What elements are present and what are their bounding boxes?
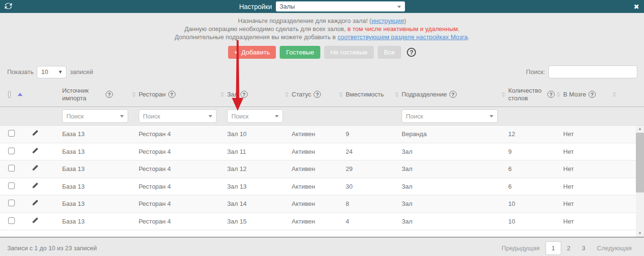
row-checkbox[interactable] xyxy=(8,130,15,137)
help-icon[interactable]: ? xyxy=(407,48,416,57)
titlebar: Настройки Залы ✖ xyxy=(0,0,644,13)
table-row[interactable]: База 13 Ресторан 4 Зал 12 Активен 29 Зал… xyxy=(0,160,644,178)
scroll-up-icon[interactable]: ▲ xyxy=(636,126,644,132)
add-button[interactable]: +Добавить xyxy=(228,46,276,59)
brain-settings-link[interactable]: соответствующем разделе настройках Мозга xyxy=(338,33,468,41)
cell-restaurant: Ресторан 4 xyxy=(139,183,227,190)
header-capacity[interactable]: Вместимость xyxy=(346,91,402,98)
search-input[interactable] xyxy=(548,65,637,78)
cell-status: Активен xyxy=(292,183,346,190)
row-checkbox[interactable] xyxy=(8,165,15,171)
help-icon[interactable]: ? xyxy=(547,91,555,98)
cell-hall: Зал 15 xyxy=(227,218,292,225)
filter-hall[interactable]: Поиск xyxy=(227,109,283,123)
header-label: Зал xyxy=(227,91,238,98)
cell-division: Веранда xyxy=(402,130,508,138)
notice-line1-text: Назначьте подразделение для каждого зала… xyxy=(238,17,371,24)
scroll-down-icon[interactable]: ▼ xyxy=(636,230,644,237)
non-guest-filter-button[interactable]: Не гостевые xyxy=(324,46,374,59)
search-control: Поиск: xyxy=(526,65,637,78)
sort-icon xyxy=(612,92,616,97)
all-filter-button[interactable]: Все xyxy=(378,46,401,59)
sort-icon xyxy=(557,92,560,97)
sort-asc-icon[interactable] xyxy=(18,93,22,96)
chevron-down-icon xyxy=(275,115,279,117)
chevron-down-icon: ▼ xyxy=(58,69,63,75)
edit-icon[interactable] xyxy=(31,147,39,155)
header-label: Источник импорта xyxy=(62,87,103,102)
header-hall[interactable]: Зал ? xyxy=(227,91,292,98)
prev-page-button[interactable]: Предыдущая xyxy=(496,242,546,255)
help-icon[interactable]: ? xyxy=(240,91,248,98)
vertical-scrollbar[interactable]: ▲ ▼ xyxy=(636,126,644,237)
header-label: Статус xyxy=(292,91,311,98)
edit-icon[interactable] xyxy=(31,217,39,224)
close-icon[interactable]: ✖ xyxy=(633,3,639,10)
guest-filter-button[interactable]: Гостевые xyxy=(280,46,320,59)
header-status[interactable]: Статус ? xyxy=(292,91,346,98)
header-import-source[interactable]: Источник импорта ? xyxy=(62,87,139,102)
header-label: В Мозге xyxy=(563,91,586,98)
cell-capacity: 4 xyxy=(346,218,402,225)
settings-section-select[interactable]: Залы xyxy=(276,1,405,11)
select-all-header xyxy=(0,91,31,98)
cell-hall: Зал 11 xyxy=(227,148,292,155)
cell-restaurant: Ресторан 4 xyxy=(139,148,227,155)
cell-status: Активен xyxy=(292,148,346,155)
cell-status: Активен xyxy=(292,200,346,207)
help-icon[interactable]: ? xyxy=(449,91,457,98)
cell-in-brain: Нет xyxy=(563,165,619,172)
page-button-2[interactable]: 2 xyxy=(561,242,576,255)
table-filter-row: Поиск Поиск Поиск Поиск xyxy=(0,107,644,125)
row-checkbox[interactable] xyxy=(8,217,15,224)
page-size-select[interactable]: 10 ▼ xyxy=(37,66,66,78)
table-row[interactable]: База 13 Ресторан 4 Зал 10 Активен 9 Вера… xyxy=(0,126,644,143)
edit-icon[interactable] xyxy=(31,182,39,190)
header-in-brain[interactable]: В Мозге ? xyxy=(563,91,619,98)
filter-placeholder: Поиск xyxy=(66,113,84,120)
row-checkbox[interactable] xyxy=(8,148,15,154)
refresh-icon[interactable] xyxy=(5,2,12,11)
cell-table-count: 6 xyxy=(508,165,563,172)
toolbar: +Добавить Гостевые Не гостевые Все ? xyxy=(0,45,644,59)
notice-line3-suffix: . xyxy=(468,33,469,41)
sort-icon xyxy=(132,92,136,97)
help-icon[interactable]: ? xyxy=(106,91,113,98)
header-table-count[interactable]: Количество столов ? xyxy=(508,87,563,102)
cell-capacity: 30 xyxy=(346,183,402,190)
help-icon[interactable]: ? xyxy=(168,91,175,98)
help-icon[interactable]: ? xyxy=(589,91,596,98)
table-row[interactable]: База 13 Ресторан 4 Зал 14 Активен 8 Зал … xyxy=(0,195,644,213)
select-all-checkbox[interactable] xyxy=(8,91,11,98)
row-checkbox[interactable] xyxy=(8,182,15,189)
edit-icon[interactable] xyxy=(31,164,39,172)
chevron-down-icon xyxy=(208,115,212,117)
notice-line-3: Дополнительные подразделения вы можете д… xyxy=(0,33,644,41)
header-label: Количество столов xyxy=(508,87,545,102)
filter-division[interactable]: Поиск xyxy=(402,109,498,123)
page-button-1[interactable]: 1 xyxy=(546,241,561,255)
filter-restaurant[interactable]: Поиск xyxy=(139,109,217,123)
show-label: Показать xyxy=(7,68,33,75)
sort-icon xyxy=(220,92,224,97)
cell-division: Зал xyxy=(402,165,508,172)
notice-line-1: Назначьте подразделение для каждого зала… xyxy=(0,17,644,25)
edit-icon[interactable] xyxy=(31,129,39,137)
help-icon[interactable]: ? xyxy=(314,91,321,98)
table-row[interactable]: База 13 Ресторан 4 Зал 15 Активен 4 Зал … xyxy=(0,213,644,231)
header-restaurant[interactable]: Ресторан ? xyxy=(139,91,227,98)
page-button-3[interactable]: 3 xyxy=(576,242,591,255)
next-page-button[interactable]: Следующая xyxy=(591,242,637,255)
table-row[interactable]: База 13 Ресторан 4 Зал 13 Активен 30 Зал… xyxy=(0,178,644,196)
row-checkbox[interactable] xyxy=(8,200,15,206)
scrollbar-thumb[interactable] xyxy=(636,133,644,192)
table-row[interactable]: База 13 Ресторан 4 Зал 11 Активен 24 Зал… xyxy=(0,143,644,161)
instruction-link[interactable]: инструкция xyxy=(371,17,404,24)
cell-table-count: 9 xyxy=(508,148,563,155)
cell-table-count: 12 xyxy=(508,130,563,138)
pagination: Предыдущая 1 2 3 Следующая xyxy=(496,241,637,255)
edit-icon[interactable] xyxy=(31,199,39,207)
cell-capacity: 29 xyxy=(346,165,402,172)
header-division[interactable]: Подразделение ? xyxy=(402,91,508,98)
filter-import-source[interactable]: Поиск xyxy=(62,109,128,123)
